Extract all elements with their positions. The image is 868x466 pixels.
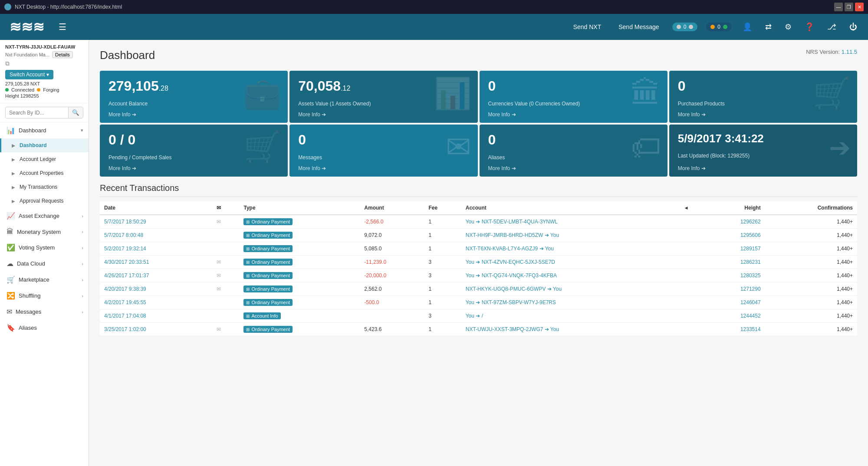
- card-more-7[interactable]: More Info ➔: [678, 165, 848, 171]
- table-row: 4/26/2017 17:01:37✉⊞ Ordinary Payment-20…: [100, 269, 857, 282]
- search-input[interactable]: [6, 108, 68, 118]
- sidebar-item-monetary-system[interactable]: 🏛 Monetary System ›: [0, 224, 89, 240]
- tx-type-badge[interactable]: ⊞ Ordinary Payment: [243, 232, 293, 239]
- close-button[interactable]: ✕: [855, 3, 864, 11]
- card-more-4[interactable]: More Info ➔: [108, 165, 279, 171]
- tx-date[interactable]: 5/7/2017 8:00:48: [100, 229, 212, 242]
- restore-button[interactable]: ❐: [845, 3, 853, 11]
- sidebar-item-voting-system[interactable]: ✅ Voting System ›: [0, 240, 89, 256]
- sidebar-item-data-cloud[interactable]: ☁ Data Cloud ›: [0, 256, 89, 272]
- sidebar-item-messages[interactable]: ✉ Messages ›: [0, 304, 89, 320]
- tx-date[interactable]: 5/7/2017 18:50:29: [100, 215, 212, 229]
- sidebar-item-dashboard[interactable]: ▶ Dashboard: [0, 138, 89, 152]
- tx-height[interactable]: 1295606: [704, 229, 765, 242]
- col-arrow: ◂: [681, 201, 704, 215]
- tx-height[interactable]: 1280325: [704, 269, 765, 282]
- nrs-version-link[interactable]: 1.11.5: [842, 49, 857, 55]
- sidebar-item-dashboard-parent[interactable]: 📊 Dashboard ▾: [0, 122, 89, 138]
- nodes-icon[interactable]: ⎇: [825, 20, 838, 34]
- card-messages: ✉ 0 Messages More Info ➔: [289, 125, 477, 177]
- user-icon[interactable]: 👤: [740, 20, 754, 34]
- send-message-button[interactable]: Send Message: [614, 21, 663, 33]
- tx-account[interactable]: You ➔ /: [461, 309, 681, 323]
- tx-confirmations: 1,440+: [765, 256, 857, 269]
- tx-height[interactable]: 1286231: [704, 256, 765, 269]
- tx-date[interactable]: 3/25/2017 1:02:00: [100, 323, 212, 336]
- tx-account[interactable]: You ➔ NXT-4ZVN-EQHC-5JXJ-5SE7D: [461, 256, 681, 269]
- tx-height[interactable]: 1233514: [704, 323, 765, 336]
- tx-date[interactable]: 4/30/2017 20:33:51: [100, 256, 212, 269]
- messages-icon: ✉: [7, 308, 12, 316]
- chevron-icon-2: ›: [82, 213, 83, 219]
- marketplace-icon: 🛒: [7, 276, 15, 284]
- sidebar-item-shuffling[interactable]: 🔀 Shuffling ›: [0, 288, 89, 304]
- tx-height[interactable]: 1296262: [704, 215, 765, 229]
- tx-confirmations: 1,440+: [765, 323, 857, 336]
- search-button[interactable]: 🔍: [68, 107, 83, 118]
- tx-type-badge[interactable]: ⊞ Ordinary Payment: [243, 299, 293, 306]
- tx-date[interactable]: 4/2/2017 19:45:55: [100, 296, 212, 309]
- sidebar-item-aliases[interactable]: 🔖 Aliases: [0, 320, 89, 336]
- card-sales: 🛒 0 / 0 Pending / Completed Sales More I…: [100, 125, 288, 177]
- tx-type-badge[interactable]: ⊞ Ordinary Payment: [243, 286, 293, 292]
- tx-account[interactable]: NXT-UWJU-XXST-3MPQ-2JWG7 ➔ You: [461, 323, 681, 336]
- tx-account[interactable]: NXT-HKYK-UGQ8-PMUC-6GWPV ➔ You: [461, 282, 681, 296]
- arrow-icon-2: ▶: [12, 157, 15, 162]
- sidebar-label-my-transactions: My Transactions: [20, 184, 57, 190]
- power-icon[interactable]: ⏻: [847, 20, 859, 34]
- tx-account[interactable]: You ➔ NXT-97ZM-SBPV-W7YJ-9E7RS: [461, 296, 681, 309]
- tx-height[interactable]: 1289157: [704, 242, 765, 256]
- card-more-0[interactable]: More Info ➔: [108, 112, 279, 118]
- sidebar-item-account-properties[interactable]: ▶ Account Properties: [0, 166, 89, 180]
- card-more-6[interactable]: More Info ➔: [488, 165, 659, 171]
- peer-toggle[interactable]: 0: [672, 23, 698, 31]
- copy-icon[interactable]: ⧉: [5, 60, 10, 67]
- tx-type-badge[interactable]: ⊞ Ordinary Payment: [243, 218, 293, 225]
- tx-date[interactable]: 4/26/2017 17:01:37: [100, 269, 212, 282]
- tx-height[interactable]: 1246047: [704, 296, 765, 309]
- sidebar-item-account-ledger[interactable]: ▶ Account Ledger: [0, 152, 89, 166]
- table-row: 4/20/2017 9:38:39✉⊞ Ordinary Payment2,56…: [100, 282, 857, 296]
- tx-fee: 3: [424, 269, 461, 282]
- block-dot-right: [723, 25, 727, 29]
- tx-type-badge[interactable]: ⊞ Ordinary Payment: [243, 326, 293, 333]
- details-button[interactable]: Details: [52, 51, 73, 58]
- tx-fee: 3: [424, 256, 461, 269]
- card-more-1[interactable]: More Info ➔: [298, 112, 469, 118]
- chevron-icon-7: ›: [82, 293, 83, 299]
- help-icon[interactable]: ❓: [802, 20, 816, 34]
- tx-height[interactable]: 1271290: [704, 282, 765, 296]
- settings-icon[interactable]: ⚙: [783, 20, 794, 34]
- switch-account-button[interactable]: Switch Account ▾: [5, 70, 53, 79]
- sidebar-label-data-cloud: Data Cloud: [17, 260, 45, 267]
- tx-type-badge[interactable]: ⊞ Ordinary Payment: [243, 272, 293, 279]
- tx-account[interactable]: You ➔ NXT-QG74-VNQK-7FQ3-4KFBA: [461, 269, 681, 282]
- sidebar-item-asset-exchange[interactable]: 📈 Asset Exchange ›: [0, 208, 89, 224]
- tx-type-badge[interactable]: ⊞ Ordinary Payment: [243, 245, 293, 252]
- send-nxt-button[interactable]: Send NXT: [569, 21, 606, 33]
- sidebar-item-marketplace[interactable]: 🛒 Marketplace ›: [0, 272, 89, 288]
- tx-date[interactable]: 4/1/2017 17:04:08: [100, 309, 212, 323]
- tx-account[interactable]: NXT-T6XN-KVAB-L7Y4-AGZJ9 ➔ You: [461, 242, 681, 256]
- sidebar-item-my-transactions[interactable]: ▶ My Transactions: [0, 180, 89, 194]
- tx-date[interactable]: 4/20/2017 9:38:39: [100, 282, 212, 296]
- transfer-icon[interactable]: ⇄: [763, 20, 774, 34]
- block-toggle[interactable]: 0: [706, 23, 732, 31]
- block-height: Height 1298255: [5, 93, 83, 98]
- card-aliases: 🏷 0 Aliases More Info ➔: [480, 125, 667, 177]
- tx-date[interactable]: 5/2/2017 19:32:14: [100, 242, 212, 256]
- tx-type: ⊞ Ordinary Payment: [239, 269, 360, 282]
- minimize-button[interactable]: —: [834, 3, 843, 11]
- tx-type-badge[interactable]: ⊞ Ordinary Payment: [243, 259, 293, 266]
- menu-toggle[interactable]: ☰: [56, 20, 69, 34]
- card-value-6: 0: [488, 132, 659, 148]
- arrow-icon-4: ▶: [12, 185, 15, 190]
- tx-height[interactable]: 1244452: [704, 309, 765, 323]
- tx-account[interactable]: NXT-HH9F-JMRB-6HRD-HD5ZW ➔ You: [461, 229, 681, 242]
- card-more-2[interactable]: More Info ➔: [488, 112, 659, 118]
- tx-account[interactable]: You ➔ NXT-5DEV-LMBT-4QUA-3YNWL: [461, 215, 681, 229]
- tx-type-badge[interactable]: ⊞ Account Info: [243, 312, 280, 319]
- sidebar-item-approval-requests[interactable]: ▶ Approval Requests: [0, 194, 89, 208]
- card-more-3[interactable]: More Info ➔: [678, 112, 848, 118]
- card-more-5[interactable]: More Info ➔: [298, 165, 469, 171]
